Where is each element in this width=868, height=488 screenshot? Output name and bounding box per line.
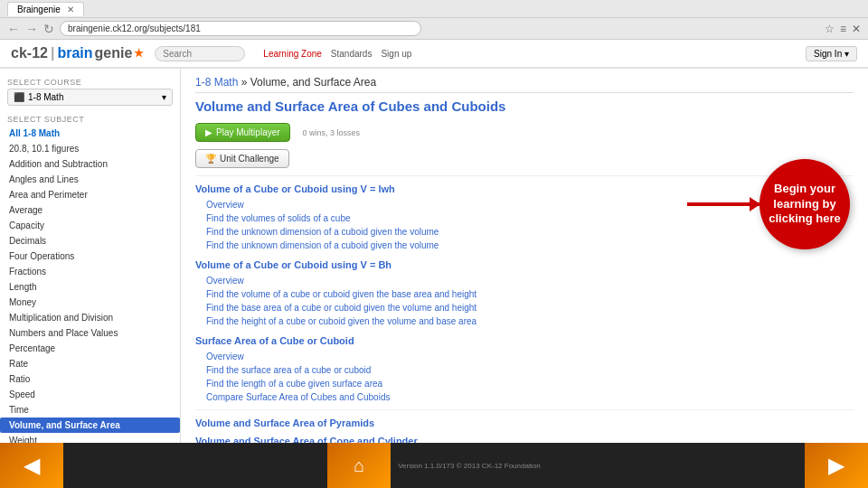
sidebar: SELECT COURSE ⬛ 1-8 Math ▾ SELECT SUBJEC… <box>0 69 181 470</box>
nav-links: Learning Zone Standards Sign up <box>263 49 411 59</box>
sidebar-item-area[interactable]: Area and Perimeter <box>0 187 180 202</box>
close-icon[interactable]: ✕ <box>852 23 861 35</box>
prev-arrow-button[interactable]: ◀ <box>0 443 63 488</box>
signin-button[interactable]: Sign In ▾ <box>806 46 857 61</box>
chevron-down-icon: ▾ <box>162 92 166 102</box>
taskbar-center: ⌂ Version 1.1.0/173 © 2013 CK-12 Foundat… <box>63 443 805 488</box>
section-title-1[interactable]: Volume of a Cube or Cuboid using V = Bh <box>195 259 854 270</box>
subsection-2-1[interactable]: Find the surface area of a cube or cuboi… <box>195 363 854 377</box>
logo-star-icon: ★ <box>134 47 144 60</box>
nav-signup[interactable]: Sign up <box>381 49 411 59</box>
multiplayer-icon: ▶ <box>205 127 212 137</box>
sidebar-item-time[interactable]: Time <box>0 402 180 418</box>
subsection-1-1[interactable]: Find the volume of a cube or cuboid give… <box>195 287 854 301</box>
logo-brain: brain <box>57 45 92 61</box>
site-header: ck-12 | braingenie★ Learning Zone Standa… <box>0 40 868 69</box>
breadcrumb: 1-8 Math » Volume, and Surface Area <box>195 76 854 93</box>
section-title-3[interactable]: Volume and Surface Area of Pyramids <box>195 418 854 428</box>
subsection-1-3[interactable]: Find the height of a cube or cuboid give… <box>195 314 854 328</box>
unit-icon: 🏆 <box>205 154 216 164</box>
callout-arrow <box>687 195 760 213</box>
logo-genie: genie <box>95 45 133 61</box>
url-input[interactable] <box>60 21 421 36</box>
tab-close-icon[interactable]: ✕ <box>67 5 74 14</box>
score-badge: 0 wins, 3 losses <box>303 128 361 137</box>
content-area: 1-8 Math » Volume, and Surface Area Volu… <box>181 69 868 470</box>
subject-section-label: SELECT SUBJECT <box>0 111 180 126</box>
sidebar-item-mult-div[interactable]: Multiplication and Division <box>0 310 180 325</box>
course-section-label: SELECT COURSE <box>0 74 180 89</box>
sidebar-item-speed[interactable]: Speed <box>0 387 180 402</box>
breadcrumb-separator: » <box>241 76 248 89</box>
button-row: ▶ Play Multiplayer 0 wins, 3 losses <box>195 123 854 142</box>
section-title-2[interactable]: Surface Area of a Cube or Cuboid <box>195 335 854 346</box>
sidebar-item-fractions[interactable]: Fractions <box>0 264 180 279</box>
site-logo: ck-12 | braingenie★ <box>11 45 144 61</box>
forward-button[interactable]: → <box>25 22 38 36</box>
course-icon: ⬛ <box>14 92 24 102</box>
subsection-1-2[interactable]: Find the base area of a cube or cuboid g… <box>195 301 854 314</box>
sidebar-item-angles[interactable]: Angles and Lines <box>0 172 180 187</box>
breadcrumb-current: Volume, and Surface Area <box>250 76 376 89</box>
page-title: Volume and Surface Area of Cubes and Cub… <box>195 99 854 114</box>
course-selector[interactable]: ⬛ 1-8 Math ▾ <box>7 89 173 106</box>
callout-wrapper: Begin your learning by clicking here <box>687 159 850 249</box>
left-arrow-icon: ◀ <box>24 453 40 478</box>
star-icon[interactable]: ☆ <box>825 23 835 35</box>
subsection-2-3[interactable]: Compare Surface Area of Cubes and Cuboid… <box>195 390 854 404</box>
home-button[interactable]: ⌂ <box>327 443 391 488</box>
address-bar: ← → ↻ ☆ ≡ ✕ <box>0 18 868 40</box>
unit-challenge-button[interactable]: 🏆 Unit Challenge <box>195 149 289 168</box>
next-arrow-button[interactable]: ▶ <box>805 443 868 488</box>
sidebar-item-all-math[interactable]: All 1-8 Math <box>0 126 180 141</box>
sidebar-item-numbers[interactable]: Numbers and Place Values <box>0 325 180 341</box>
subsection-2-0[interactable]: Overview <box>195 350 854 363</box>
search-input[interactable] <box>155 46 245 61</box>
breadcrumb-link[interactable]: 1-8 Math <box>195 76 238 89</box>
subsection-2-2[interactable]: Find the length of a cube given surface … <box>195 377 854 390</box>
callout-text: Begin your learning by clicking here <box>769 182 841 228</box>
home-icon: ⌂ <box>354 455 364 476</box>
menu-icon[interactable]: ≡ <box>840 23 846 35</box>
browser-icons: ☆ ≡ ✕ <box>825 23 861 35</box>
subsection-1-0[interactable]: Overview <box>195 274 854 287</box>
sidebar-item-volume[interactable]: Volume, and Surface Area <box>0 418 180 433</box>
sidebar-item-capacity[interactable]: Capacity <box>0 218 180 233</box>
callout-bubble: Begin your learning by clicking here <box>760 159 850 249</box>
nav-learning-zone[interactable]: Learning Zone <box>263 49 322 59</box>
taskbar-footer-text: Version 1.1.0/173 © 2013 CK-12 Foundatio… <box>398 462 541 470</box>
sidebar-item-figures[interactable]: 20.8, 10.1 figures <box>0 141 180 156</box>
nav-standards[interactable]: Standards <box>331 49 373 59</box>
sidebar-item-ratio[interactable]: Ratio <box>0 371 180 387</box>
divider-2 <box>195 409 854 410</box>
back-button[interactable]: ← <box>7 22 20 36</box>
refresh-button[interactable]: ↻ <box>43 22 54 36</box>
sidebar-item-decimals[interactable]: Decimals <box>0 233 180 249</box>
browser-tab[interactable]: Braingenie ✕ <box>7 2 84 16</box>
logo-ck12: ck-12 <box>11 45 48 61</box>
sidebar-item-average[interactable]: Average <box>0 202 180 218</box>
browser-chrome: Braingenie ✕ <box>0 0 868 18</box>
right-arrow-icon: ▶ <box>828 453 844 478</box>
main-container: SELECT COURSE ⬛ 1-8 Math ▾ SELECT SUBJEC… <box>0 69 868 470</box>
sidebar-item-percentage[interactable]: Percentage <box>0 341 180 356</box>
taskbar: ◀ ⌂ Version 1.1.0/173 © 2013 CK-12 Found… <box>0 443 868 488</box>
course-name: 1-8 Math <box>28 92 63 102</box>
play-multiplayer-button[interactable]: ▶ Play Multiplayer <box>195 123 290 142</box>
sidebar-item-rate[interactable]: Rate <box>0 356 180 371</box>
sidebar-item-money[interactable]: Money <box>0 295 180 310</box>
sidebar-item-four-ops[interactable]: Four Operations <box>0 249 180 264</box>
sidebar-item-addition[interactable]: Addition and Subtraction <box>0 156 180 172</box>
sidebar-item-length[interactable]: Length <box>0 279 180 295</box>
